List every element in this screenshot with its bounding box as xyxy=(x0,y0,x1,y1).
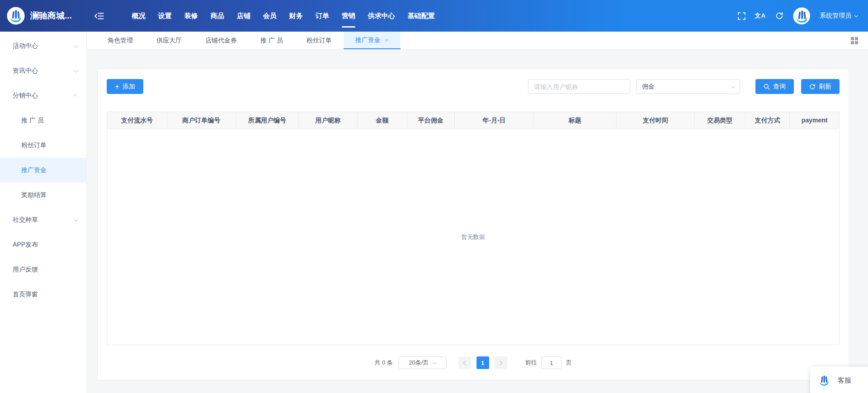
tab-shop-voucher[interactable]: 店铺代金券 xyxy=(193,32,249,49)
table-header-row: 支付流水号 商户订单编号 所属用户编号 用户昵称 金额 平台佣金 年-月-日 标… xyxy=(107,112,839,129)
sidebar-item-label: 用户反馈 xyxy=(13,266,38,274)
refresh-button[interactable]: 刷新 xyxy=(801,79,840,94)
chevron-down-icon xyxy=(731,84,735,89)
data-table: 支付流水号 商户订单编号 所属用户编号 用户昵称 金额 平台佣金 年-月-日 标… xyxy=(107,112,840,345)
pagination: 共 0 条 20条/页 1 前往 页 xyxy=(98,356,849,369)
nav-item-goods[interactable]: 商品 xyxy=(204,0,231,32)
col-payment-method: 支付方式 xyxy=(745,112,790,129)
page-1-button[interactable]: 1 xyxy=(476,356,489,369)
sidebar-item-home-popup[interactable]: 首页弹窗 xyxy=(0,282,86,307)
tab-role-management[interactable]: 角色管理 xyxy=(96,32,145,49)
sidebar-item-promoter[interactable]: 推 广 员 xyxy=(0,108,86,133)
sidebar-item-label: APP发布 xyxy=(13,241,38,249)
query-button[interactable]: 查询 xyxy=(755,79,794,94)
header-actions: 文A 系统管理员 xyxy=(738,7,857,24)
refresh-button-label: 刷新 xyxy=(819,83,831,91)
sidebar-item-app-release[interactable]: APP发布 xyxy=(0,232,86,257)
page-size-select[interactable]: 20条/页 xyxy=(398,356,447,369)
fullscreen-icon[interactable] xyxy=(738,12,745,20)
chevron-down-icon xyxy=(433,360,437,364)
sidebar-item-label: 粉丝订单 xyxy=(21,141,47,150)
nickname-search-input[interactable] xyxy=(528,79,630,94)
customer-service-label: 客服 xyxy=(838,376,851,385)
sidebar-item-news-center[interactable]: 资讯中心 xyxy=(0,58,86,83)
sidebar-item-label: 奖励结算 xyxy=(21,191,47,199)
user-avatar[interactable] xyxy=(793,7,810,24)
app-title: 澜驰商城... xyxy=(30,10,72,22)
col-payment: payment xyxy=(790,112,839,129)
nav-item-shop[interactable]: 店铺 xyxy=(231,0,257,32)
nav-item-settings[interactable]: 设置 xyxy=(152,0,178,32)
sidebar-item-promotion-funds[interactable]: 推广资金 xyxy=(0,158,86,182)
translate-icon[interactable]: 文A xyxy=(755,12,766,20)
sidebar-item-user-feedback[interactable]: 用户反馈 xyxy=(0,257,86,282)
nav-item-member[interactable]: 会员 xyxy=(257,0,283,32)
chevron-down-icon xyxy=(854,14,858,17)
col-merchant-order-no: 商户订单编号 xyxy=(167,112,236,129)
prev-page-button[interactable] xyxy=(458,356,471,369)
col-user-nickname: 用户昵称 xyxy=(299,112,358,129)
col-date: 年-月-日 xyxy=(455,112,534,129)
add-button[interactable]: + 添加 xyxy=(107,79,143,94)
table-body: 暂无数据 xyxy=(107,129,839,345)
customer-service-widget[interactable]: 客服 xyxy=(810,367,868,393)
nav-item-finance[interactable]: 财务 xyxy=(283,0,309,32)
add-button-label: 添加 xyxy=(123,83,135,91)
sidebar: 活动中心 资讯中心 分销中心 推 广 员 粉丝订单 推广资金 奖励结算 社交种草… xyxy=(0,32,87,393)
tab-label: 推 广 员 xyxy=(260,37,283,45)
sidebar-item-label: 活动中心 xyxy=(13,42,38,50)
refresh-icon[interactable] xyxy=(775,12,783,20)
nav-item-overview[interactable]: 概况 xyxy=(126,0,152,32)
plus-icon: + xyxy=(115,83,119,90)
empty-state-text: 暂无数据 xyxy=(462,233,485,241)
col-title: 标题 xyxy=(534,112,617,129)
nav-item-marketing[interactable]: 营销 xyxy=(335,0,362,32)
nav-item-basic-config[interactable]: 基础配置 xyxy=(401,0,441,32)
col-platform-commission: 平台佣金 xyxy=(407,112,455,129)
customer-service-logo-icon xyxy=(816,373,832,388)
goto-page: 前往 页 xyxy=(525,356,572,369)
tab-promoter[interactable]: 推 广 员 xyxy=(249,32,295,49)
sidebar-item-reward-settlement[interactable]: 奖励结算 xyxy=(0,182,86,207)
nav-item-supply-center[interactable]: 供求中心 xyxy=(362,0,401,32)
col-payment-time: 支付时间 xyxy=(617,112,695,129)
sidebar-item-label: 分销中心 xyxy=(13,92,38,100)
sidebar-item-label: 资讯中心 xyxy=(13,67,38,75)
chevron-down-icon xyxy=(74,43,78,48)
sidebar-item-distribution-center[interactable]: 分销中心 xyxy=(0,83,86,108)
nav-item-order[interactable]: 订单 xyxy=(309,0,335,32)
menu-fold-icon[interactable] xyxy=(94,12,104,20)
content-panel: + 添加 佣金 查询 刷新 支付流水号 xyxy=(97,69,849,380)
sidebar-item-activity-center[interactable]: 活动中心 xyxy=(0,33,86,58)
transaction-type-select[interactable]: 佣金 xyxy=(636,79,740,94)
tab-promotion-funds[interactable]: 推广资金 × xyxy=(344,32,401,49)
col-owner-user-no: 所属用户编号 xyxy=(236,112,299,129)
tab-label: 角色管理 xyxy=(108,37,133,45)
total-count-label: 共 0 条 xyxy=(374,359,392,367)
tab-options-grid-icon[interactable] xyxy=(851,37,858,44)
query-button-label: 查询 xyxy=(773,83,786,91)
app-header: 澜驰商城... 概况 设置 装修 商品 店铺 会员 财务 订单 营销 供求中心 … xyxy=(0,0,868,32)
nav-item-decoration[interactable]: 装修 xyxy=(178,0,204,32)
toolbar: + 添加 佣金 查询 刷新 xyxy=(98,69,849,94)
chevron-down-icon xyxy=(74,217,78,222)
goto-page-input[interactable] xyxy=(541,356,562,369)
close-icon[interactable]: × xyxy=(385,37,389,43)
col-transaction-type: 交易类型 xyxy=(695,112,745,129)
goto-label: 前往 xyxy=(525,359,537,367)
sidebar-item-label: 社交种草 xyxy=(13,216,38,224)
top-nav: 概况 设置 装修 商品 店铺 会员 财务 订单 营销 供求中心 基础配置 xyxy=(126,0,441,32)
next-page-button[interactable] xyxy=(495,356,507,369)
chevron-up-icon xyxy=(73,94,77,98)
sidebar-item-social-seeding[interactable]: 社交种草 xyxy=(0,207,86,232)
user-menu[interactable]: 系统管理员 xyxy=(820,12,857,20)
tab-label: 粉丝订单 xyxy=(307,37,332,45)
tab-fans-orders[interactable]: 粉丝订单 xyxy=(295,32,344,49)
refresh-icon xyxy=(809,84,816,90)
user-name: 系统管理员 xyxy=(820,12,851,20)
search-icon xyxy=(764,84,770,90)
sidebar-item-fans-orders[interactable]: 粉丝订单 xyxy=(0,133,86,158)
tab-supply-hall[interactable]: 供应大厅 xyxy=(145,32,193,49)
sidebar-item-label: 首页弹窗 xyxy=(13,290,38,299)
open-tabs-bar: 角色管理 供应大厅 店铺代金券 推 广 员 粉丝订单 推广资金 × xyxy=(87,32,868,50)
